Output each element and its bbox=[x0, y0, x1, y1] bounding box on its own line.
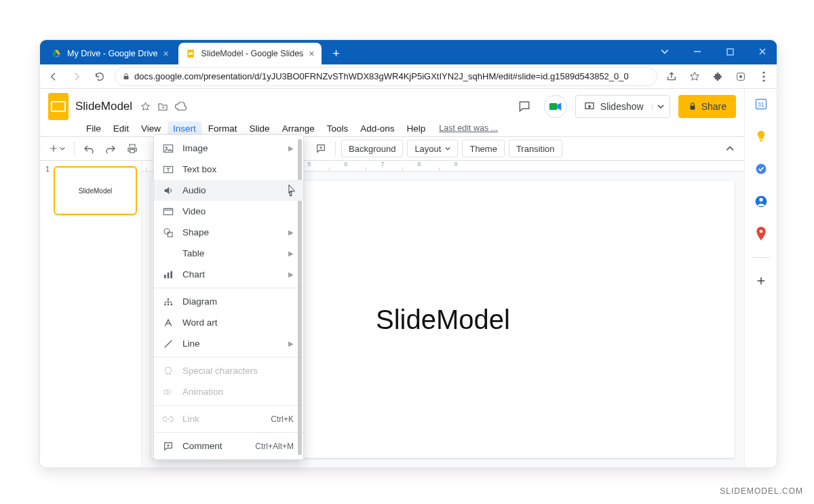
insert-word-art[interactable]: Word art bbox=[154, 312, 303, 333]
slideshow-label: Slideshow bbox=[600, 101, 644, 112]
toolbar: Background Layout Theme Transition bbox=[40, 136, 744, 161]
tasks-icon[interactable] bbox=[752, 159, 771, 178]
tab-slides[interactable]: SlideModel - Google Slides × bbox=[178, 43, 322, 64]
slideshow-button[interactable]: Slideshow bbox=[575, 95, 670, 118]
doc-title[interactable]: SlideModel bbox=[75, 100, 132, 113]
insert-text-box[interactable]: Text box bbox=[154, 159, 303, 180]
last-edit-link[interactable]: Last edit was ... bbox=[439, 123, 498, 133]
submenu-arrow-icon: ▶ bbox=[288, 271, 294, 278]
window-maximize[interactable] bbox=[720, 41, 740, 62]
diagram-icon bbox=[162, 296, 174, 308]
window-minimize[interactable] bbox=[687, 41, 708, 62]
maps-icon[interactable] bbox=[752, 225, 771, 244]
star-icon[interactable] bbox=[139, 100, 151, 113]
insert-table[interactable]: Table▶ bbox=[154, 243, 303, 264]
insert-shape[interactable]: Shape▶ bbox=[154, 222, 303, 243]
menu-addons[interactable]: Add-ons bbox=[355, 121, 400, 136]
theme-button[interactable]: Theme bbox=[462, 140, 504, 157]
nav-back[interactable] bbox=[45, 69, 62, 85]
insert-diagram[interactable]: Diagram bbox=[154, 291, 303, 312]
svg-rect-13 bbox=[549, 103, 558, 110]
window-close[interactable] bbox=[752, 41, 773, 62]
undo-button[interactable] bbox=[80, 140, 98, 157]
menu-view[interactable]: View bbox=[136, 121, 166, 136]
svg-rect-29 bbox=[168, 232, 172, 237]
comments-history-button[interactable] bbox=[513, 95, 536, 118]
nav-forward[interactable] bbox=[69, 69, 85, 85]
menu-help[interactable]: Help bbox=[401, 121, 431, 136]
svg-point-34 bbox=[164, 303, 166, 305]
redo-button[interactable] bbox=[102, 140, 119, 157]
chevron-down-icon[interactable] bbox=[655, 41, 675, 62]
layout-button[interactable]: Layout bbox=[407, 140, 458, 157]
meet-button[interactable] bbox=[544, 95, 567, 118]
svg-point-35 bbox=[168, 303, 170, 305]
contacts-icon[interactable] bbox=[752, 192, 771, 211]
keep-icon[interactable] bbox=[752, 127, 771, 146]
svg-point-10 bbox=[762, 71, 764, 73]
svg-rect-32 bbox=[170, 271, 172, 278]
share-url-icon[interactable] bbox=[664, 69, 679, 84]
background-button[interactable]: Background bbox=[341, 140, 403, 157]
insert-comment[interactable]: CommentCtrl+Alt+M bbox=[154, 435, 303, 457]
browser-menu-icon[interactable] bbox=[756, 69, 771, 84]
menu-item-label: Image bbox=[182, 143, 208, 153]
menu-item-label: Video bbox=[182, 206, 206, 216]
svg-rect-27 bbox=[163, 208, 172, 214]
address-input[interactable]: docs.google.com/presentation/d/1yJU3BO0F… bbox=[115, 67, 657, 86]
add-comment-icon[interactable] bbox=[312, 140, 330, 157]
menu-format[interactable]: Format bbox=[203, 121, 243, 136]
menu-tools[interactable]: Tools bbox=[322, 121, 354, 136]
cursor-icon bbox=[286, 184, 296, 197]
svg-rect-6 bbox=[727, 49, 733, 55]
collapse-toolbar-button[interactable] bbox=[721, 140, 739, 157]
menu-item-label: Table bbox=[182, 248, 204, 258]
slides-logo-icon[interactable] bbox=[48, 93, 69, 120]
account-icon[interactable] bbox=[733, 69, 748, 84]
submenu-arrow-icon: ▶ bbox=[288, 340, 294, 347]
watermark: SLIDEMODEL.COM bbox=[720, 486, 803, 496]
transition-button[interactable]: Transition bbox=[509, 140, 562, 157]
new-tab-button[interactable]: + bbox=[327, 44, 346, 63]
tab-close[interactable]: × bbox=[309, 48, 314, 59]
menu-item-label: Animation bbox=[182, 387, 223, 397]
extensions-icon[interactable] bbox=[710, 69, 725, 84]
menu-slide[interactable]: Slide bbox=[244, 121, 275, 136]
menu-item-label: Shape bbox=[182, 227, 209, 237]
menu-insert[interactable]: Insert bbox=[168, 121, 201, 136]
lock-icon bbox=[122, 73, 130, 81]
insert-audio[interactable]: Audio bbox=[154, 180, 303, 201]
print-button[interactable] bbox=[123, 140, 141, 157]
workarea: 1 SlideModel 123456789 SlideModel bbox=[40, 161, 744, 467]
svg-point-28 bbox=[164, 229, 170, 234]
calendar-icon[interactable]: 31 bbox=[752, 94, 771, 113]
menu-file[interactable]: File bbox=[81, 121, 106, 136]
link-icon bbox=[162, 413, 174, 425]
menu-arrange[interactable]: Arrange bbox=[277, 121, 320, 136]
add-panel-icon[interactable] bbox=[752, 271, 771, 290]
insert-image[interactable]: Image▶ bbox=[154, 138, 303, 159]
insert-video[interactable]: Video bbox=[154, 201, 303, 222]
filmstrip[interactable]: 1 SlideModel bbox=[40, 161, 142, 467]
insert-chart[interactable]: Chart▶ bbox=[154, 264, 303, 285]
tab-drive[interactable]: My Drive - Google Drive × bbox=[44, 43, 176, 64]
browser-window: My Drive - Google Drive × SlideModel - G… bbox=[39, 39, 777, 468]
slideshow-dropdown[interactable] bbox=[652, 103, 670, 110]
lock-icon bbox=[688, 102, 697, 111]
new-slide-button[interactable] bbox=[45, 140, 69, 157]
insert-menu-dropdown: Image▶Text boxAudioVideoShape▶Table▶Char… bbox=[153, 134, 304, 460]
move-folder-icon[interactable] bbox=[157, 100, 169, 113]
svg-point-12 bbox=[762, 79, 764, 81]
menu-edit[interactable]: Edit bbox=[108, 121, 134, 136]
nav-reload[interactable] bbox=[92, 69, 108, 85]
tab-close[interactable]: × bbox=[163, 48, 168, 59]
insert-line[interactable]: Line▶ bbox=[154, 333, 303, 354]
drive-icon bbox=[51, 48, 62, 59]
slide-text: SlideModel bbox=[376, 305, 510, 335]
bookmark-star-icon[interactable] bbox=[687, 69, 702, 84]
cloud-status-icon[interactable] bbox=[174, 100, 187, 113]
svg-rect-30 bbox=[164, 275, 166, 278]
video-icon bbox=[162, 206, 174, 218]
slide-thumbnail[interactable]: 1 SlideModel bbox=[44, 166, 137, 215]
share-button[interactable]: Share bbox=[678, 95, 736, 118]
